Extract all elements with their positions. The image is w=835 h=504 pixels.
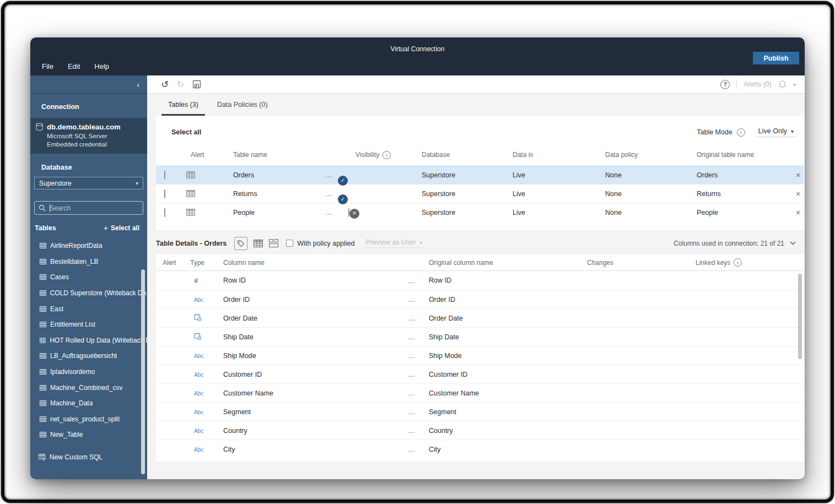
column-details-card: Alert Type Column name Original column n… bbox=[156, 254, 804, 462]
new-custom-sql-button[interactable]: New Custom SQL bbox=[30, 449, 147, 465]
column-row[interactable]: # Abc bbox=[156, 421, 804, 440]
row-menu-icon[interactable]: … bbox=[408, 426, 429, 435]
row-menu-icon[interactable]: … bbox=[408, 351, 429, 360]
column-type-icon: # Abc bbox=[190, 277, 223, 285]
table-view-button[interactable] bbox=[254, 240, 263, 247]
with-policy-checkbox[interactable] bbox=[286, 240, 293, 247]
column-type-icon: # Abc bbox=[190, 408, 223, 416]
sidebar-table-item[interactable]: AirlineReportData bbox=[30, 238, 147, 254]
column-row[interactable]: # Abc bbox=[156, 383, 804, 402]
linked-keys-info-icon[interactable]: i bbox=[734, 258, 742, 267]
remove-table-icon[interactable]: × bbox=[789, 171, 800, 180]
alerts-chevron-icon[interactable]: ▾ bbox=[793, 82, 796, 88]
string-type-icon: Abc bbox=[194, 428, 203, 434]
table-search-box[interactable] bbox=[34, 201, 143, 215]
table-row[interactable]: People … ✓ ✕ bbox=[156, 203, 804, 221]
toolbar-divider bbox=[736, 79, 737, 90]
undo-icon[interactable]: ↺ bbox=[161, 80, 169, 89]
sidebar: ‹ Connection db.demo.tableau.com Microso… bbox=[30, 75, 147, 479]
alerts-button[interactable]: Alerts (0) bbox=[744, 80, 772, 88]
row-checkbox[interactable] bbox=[164, 189, 165, 198]
row-menu-icon[interactable]: … bbox=[408, 277, 429, 285]
header-alert: Alert bbox=[186, 151, 233, 159]
table-row[interactable]: Returns … ✓ ✕ bbox=[156, 184, 804, 203]
with-policy-checkbox-group[interactable]: With policy applied bbox=[286, 240, 354, 247]
details-scrollbar[interactable] bbox=[798, 274, 802, 359]
help-icon[interactable]: ? bbox=[720, 80, 730, 89]
row-menu-icon[interactable]: … bbox=[408, 389, 429, 397]
menu-file[interactable]: File bbox=[42, 62, 53, 71]
sidebar-table-label: COLD Superstore (Writeback De.. bbox=[50, 289, 147, 297]
columns-used-control[interactable]: Columns used in connection: 21 of 21 bbox=[674, 240, 796, 247]
column-row[interactable]: # Abc bbox=[156, 402, 804, 421]
column-row[interactable]: # Abc bbox=[156, 290, 804, 308]
column-row[interactable]: # Abc bbox=[156, 327, 804, 346]
table-mode-select[interactable]: Live Only ▾ bbox=[756, 127, 796, 137]
column-row[interactable]: # Abc bbox=[156, 271, 804, 290]
table-grid-icon bbox=[40, 306, 46, 312]
row-menu-icon[interactable]: … bbox=[408, 370, 429, 378]
column-row[interactable]: # Abc bbox=[156, 440, 804, 458]
sidebar-table-label: New_Table bbox=[50, 431, 83, 438]
sidebar-table-item[interactable]: East bbox=[30, 301, 147, 317]
visibility-toggle[interactable]: ✓ ✕ bbox=[348, 208, 349, 217]
connection-card[interactable]: db.demo.tableau.com Microsoft SQL Server… bbox=[30, 118, 147, 154]
row-menu-icon[interactable]: … bbox=[408, 333, 429, 341]
sidebar-table-item[interactable]: Bestelldaten_LB bbox=[30, 254, 147, 270]
row-menu-icon[interactable]: … bbox=[408, 295, 429, 304]
original-column-name: Customer Name bbox=[429, 389, 587, 397]
row-menu-icon[interactable]: … bbox=[408, 314, 429, 322]
menu-edit[interactable]: Edit bbox=[68, 62, 80, 71]
preview-as-user-select: Preview as User ▾ bbox=[364, 239, 425, 248]
row-menu-icon[interactable]: … bbox=[408, 445, 429, 453]
sidebar-select-all-button[interactable]: + Select all bbox=[104, 224, 139, 232]
column-row[interactable]: # Abc bbox=[156, 346, 804, 365]
original-column-name: Customer ID bbox=[429, 371, 587, 378]
cards-view-button[interactable] bbox=[269, 239, 279, 247]
check-icon: ✓ bbox=[341, 178, 345, 183]
preview-as-user-label: Preview as User bbox=[366, 239, 416, 246]
tab-tables[interactable]: Tables (3) bbox=[161, 101, 205, 116]
column-row[interactable]: # Abc bbox=[156, 365, 804, 383]
database-select[interactable]: Superstore ▾ bbox=[34, 177, 143, 189]
sidebar-table-item[interactable]: Entitlement List bbox=[30, 317, 147, 333]
visibility-info-icon[interactable]: i bbox=[383, 151, 391, 159]
sidebar-table-item[interactable]: COLD Superstore (Writeback De.. bbox=[30, 285, 147, 301]
search-input[interactable] bbox=[50, 204, 132, 212]
sidebar-table-item[interactable]: LB_Auftragsuebersicht bbox=[30, 348, 147, 364]
select-all-label[interactable]: Select all bbox=[171, 128, 201, 136]
collapse-sidebar-icon[interactable]: ‹ bbox=[137, 80, 139, 89]
row-checkbox[interactable] bbox=[164, 208, 165, 217]
row-menu-icon[interactable]: … bbox=[408, 408, 429, 416]
column-name: Ship Mode bbox=[223, 352, 408, 360]
sidebar-table-item[interactable]: Machine_Combined_csv bbox=[30, 380, 147, 395]
column-row[interactable]: # Abc bbox=[156, 308, 804, 327]
window-title: Virtual Connection bbox=[30, 45, 805, 53]
tables-section-title: Tables bbox=[35, 224, 56, 232]
sidebar-scrollbar[interactable] bbox=[141, 269, 145, 474]
sidebar-table-item[interactable]: Cases bbox=[30, 269, 147, 285]
sidebar-table-item[interactable]: New_Table bbox=[30, 427, 147, 443]
tab-data-policies[interactable]: Data Policies (0) bbox=[211, 101, 274, 116]
columns-view-button[interactable] bbox=[234, 237, 247, 250]
save-icon[interactable] bbox=[192, 80, 201, 89]
table-row[interactable]: Orders … ✓ ✕ bbox=[156, 165, 804, 184]
sidebar-table-item[interactable]: HOT Rolled Up Data (Writeback D. bbox=[30, 333, 147, 349]
x-icon: ✕ bbox=[352, 211, 357, 216]
chevron-down-icon: ▾ bbox=[420, 240, 423, 246]
row-menu-icon[interactable]: … bbox=[325, 208, 348, 216]
sidebar-table-item[interactable]: net_sales_product_split bbox=[30, 411, 147, 427]
sidebar-table-item[interactable]: Ipladvisordemo bbox=[30, 364, 147, 380]
search-icon bbox=[39, 204, 46, 212]
bell-icon[interactable] bbox=[778, 80, 786, 89]
connection-host: db.demo.tableau.com bbox=[47, 123, 121, 131]
table-mode-value: Live Only bbox=[758, 127, 787, 135]
sidebar-table-item[interactable]: Machine_Data bbox=[30, 395, 147, 411]
row-checkbox[interactable] bbox=[164, 171, 165, 180]
remove-table-icon[interactable]: × bbox=[789, 208, 800, 217]
column-type-icon: # Abc bbox=[190, 389, 223, 397]
table-mode-info-icon[interactable]: i bbox=[737, 128, 745, 137]
remove-table-icon[interactable]: × bbox=[789, 189, 800, 198]
publish-button[interactable]: Publish bbox=[753, 52, 799, 64]
menu-help[interactable]: Help bbox=[94, 62, 109, 71]
